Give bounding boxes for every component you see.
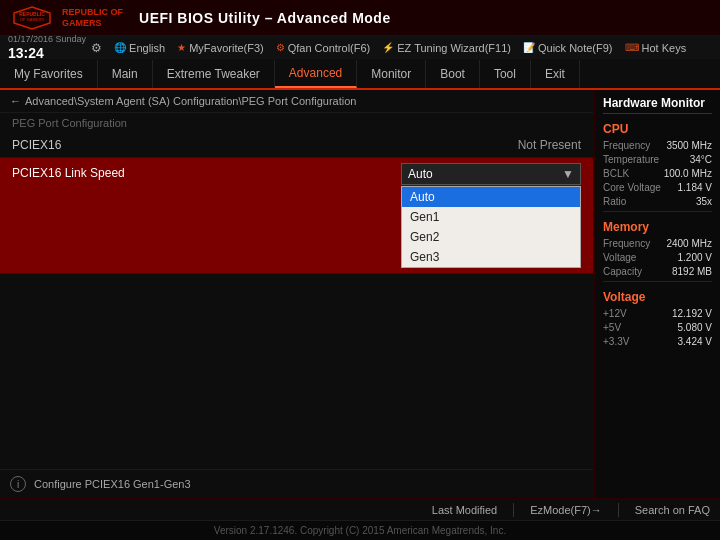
last-modified-btn[interactable]: Last Modified bbox=[432, 504, 497, 516]
hw-divider-2 bbox=[603, 281, 712, 282]
pciex16-link-speed-row[interactable]: PCIEX16 Link Speed Auto ▼ Auto Gen1 Gen2… bbox=[0, 158, 593, 274]
settings-gear-icon[interactable]: ⚙ bbox=[91, 41, 102, 55]
svg-text:OF GAMERS: OF GAMERS bbox=[20, 17, 44, 22]
nav-tabs: My Favorites Main Extreme Tweaker Advanc… bbox=[0, 60, 720, 90]
tab-main[interactable]: Main bbox=[98, 60, 153, 88]
link-speed-dropdown-area: Auto ▼ Auto Gen1 Gen2 Gen3 bbox=[401, 163, 581, 268]
hw-cpu-ratio: Ratio 35x bbox=[603, 196, 712, 207]
ez-tuning-icon: ⚡ bbox=[382, 42, 394, 53]
datetime-area: 01/17/2016 Sunday 13:24 ⚙ bbox=[8, 34, 102, 62]
globe-icon: 🌐 bbox=[114, 42, 126, 53]
hw-voltage-12v: +12V 12.192 V bbox=[603, 308, 712, 319]
option-gen1[interactable]: Gen1 bbox=[402, 207, 580, 227]
hw-cpu-bclk: BCLK 100.0 MHz bbox=[603, 168, 712, 179]
tab-advanced[interactable]: Advanced bbox=[275, 60, 357, 88]
quick-note-label: Quick Note(F9) bbox=[538, 42, 613, 54]
bottom-bar: Last Modified EzMode(F7)→ Search on FAQ bbox=[0, 498, 720, 520]
option-gen2[interactable]: Gen2 bbox=[402, 227, 580, 247]
tab-exit[interactable]: Exit bbox=[531, 60, 580, 88]
pciex16-label: PCIEX16 bbox=[12, 138, 461, 152]
option-auto[interactable]: Auto bbox=[402, 187, 580, 207]
time-display: 13:24 bbox=[8, 45, 86, 62]
language-label: English bbox=[129, 42, 165, 54]
date-display: 01/17/2016 Sunday bbox=[8, 34, 86, 45]
hw-memory-section: Memory bbox=[603, 220, 712, 234]
option-gen3[interactable]: Gen3 bbox=[402, 247, 580, 267]
qfan-label: Qfan Control(F6) bbox=[288, 42, 371, 54]
tab-extreme-tweaker[interactable]: Extreme Tweaker bbox=[153, 60, 275, 88]
breadcrumb-path: Advanced\System Agent (SA) Configuration… bbox=[25, 95, 356, 107]
link-speed-select[interactable]: Auto ▼ bbox=[401, 163, 581, 185]
topbar-favorites[interactable]: ★ MyFavorite(F3) bbox=[177, 42, 264, 54]
bottom-divider-2 bbox=[618, 503, 619, 517]
link-speed-label: PCIEX16 Link Speed bbox=[12, 163, 401, 180]
bios-title: UEFI BIOS Utility – Advanced Mode bbox=[139, 10, 391, 26]
topbar-eztuning[interactable]: ⚡ EZ Tuning Wizard(F11) bbox=[382, 42, 511, 54]
info-icon: i bbox=[10, 476, 26, 492]
hw-cpu-temp: Temperature 34°C bbox=[603, 154, 712, 165]
hw-voltage-section: Voltage bbox=[603, 290, 712, 304]
hw-voltage-5v: +5V 5.080 V bbox=[603, 322, 712, 333]
hw-mem-capacity: Capacity 8192 MB bbox=[603, 266, 712, 277]
hw-voltage-33v: +3.3V 3.424 V bbox=[603, 336, 712, 347]
bottom-divider-1 bbox=[513, 503, 514, 517]
topbar-qfan[interactable]: ⚙ Qfan Control(F6) bbox=[276, 42, 371, 54]
section-label: PEG Port Configuration bbox=[0, 113, 593, 133]
info-text: Configure PCIEX16 Gen1-Gen3 bbox=[34, 478, 191, 490]
left-panel: ← Advanced\System Agent (SA) Configurati… bbox=[0, 90, 594, 498]
qfan-icon: ⚙ bbox=[276, 42, 285, 53]
ez-tuning-label: EZ Tuning Wizard(F11) bbox=[397, 42, 511, 54]
logo-text-line1: REPUBLIC OF bbox=[62, 7, 123, 18]
info-bar: i Configure PCIEX16 Gen1-Gen3 bbox=[0, 469, 593, 498]
topbar-language[interactable]: 🌐 English bbox=[114, 42, 165, 54]
tab-tool[interactable]: Tool bbox=[480, 60, 531, 88]
hw-mem-voltage: Voltage 1.200 V bbox=[603, 252, 712, 263]
pciex16-row[interactable]: PCIEX16 Not Present bbox=[0, 133, 593, 158]
rog-logo-icon: REPUBLIC OF GAMERS bbox=[10, 5, 54, 31]
tab-monitor[interactable]: Monitor bbox=[357, 60, 426, 88]
search-faq-btn[interactable]: Search on FAQ bbox=[635, 504, 710, 516]
hw-monitor-title: Hardware Monitor bbox=[603, 96, 712, 114]
hw-cpu-section: CPU bbox=[603, 122, 712, 136]
bios-header: REPUBLIC OF GAMERS REPUBLIC OF GAMERS UE… bbox=[0, 0, 720, 36]
hotkeys-icon: ⌨ bbox=[625, 42, 639, 53]
hot-keys-label: Hot Keys bbox=[642, 42, 687, 54]
dropdown-selected-value: Auto bbox=[408, 167, 433, 181]
tab-my-favorites[interactable]: My Favorites bbox=[0, 60, 98, 88]
pciex16-value: Not Present bbox=[461, 138, 581, 152]
logo-text-line2: GAMERS bbox=[62, 18, 123, 29]
tab-boot[interactable]: Boot bbox=[426, 60, 480, 88]
footer-text: Version 2.17.1246. Copyright (C) 2015 Am… bbox=[214, 525, 506, 536]
favorites-icon: ★ bbox=[177, 42, 186, 53]
dropdown-arrow-icon: ▼ bbox=[562, 167, 574, 181]
topbar-quicknote[interactable]: 📝 Quick Note(F9) bbox=[523, 42, 613, 54]
topbar: 01/17/2016 Sunday 13:24 ⚙ 🌐 English ★ My… bbox=[0, 36, 720, 60]
breadcrumb-arrow-icon: ← bbox=[10, 95, 21, 107]
hw-cpu-core-voltage: Core Voltage 1.184 V bbox=[603, 182, 712, 193]
favorites-label: MyFavorite(F3) bbox=[189, 42, 264, 54]
breadcrumb: ← Advanced\System Agent (SA) Configurati… bbox=[0, 90, 593, 113]
hardware-monitor-panel: Hardware Monitor CPU Frequency 3500 MHz … bbox=[594, 90, 720, 498]
footer: Version 2.17.1246. Copyright (C) 2015 Am… bbox=[0, 520, 720, 540]
quick-note-icon: 📝 bbox=[523, 42, 535, 53]
ez-mode-btn[interactable]: EzMode(F7)→ bbox=[530, 504, 602, 516]
hw-divider-1 bbox=[603, 211, 712, 212]
hw-cpu-freq: Frequency 3500 MHz bbox=[603, 140, 712, 151]
main-layout: ← Advanced\System Agent (SA) Configurati… bbox=[0, 90, 720, 498]
dropdown-list: Auto Gen1 Gen2 Gen3 bbox=[401, 186, 581, 268]
logo-area: REPUBLIC OF GAMERS REPUBLIC OF GAMERS bbox=[10, 5, 123, 31]
topbar-hotkeys[interactable]: ⌨ Hot Keys bbox=[625, 42, 687, 54]
hw-mem-freq: Frequency 2400 MHz bbox=[603, 238, 712, 249]
